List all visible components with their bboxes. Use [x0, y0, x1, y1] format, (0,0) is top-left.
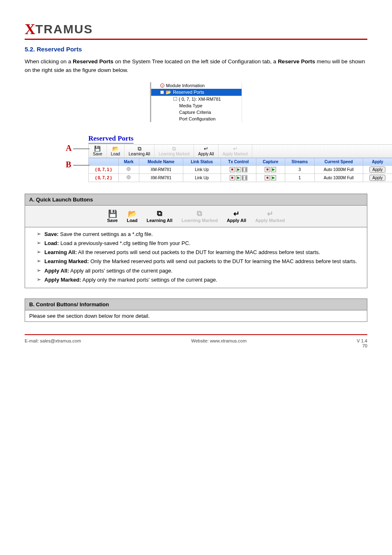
- tx-control-cell[interactable]: ■▶❚❚: [221, 165, 256, 173]
- learning-marked-icon: ⧉: [171, 146, 178, 152]
- apply-all-button[interactable]: ↵Apply All: [194, 145, 218, 157]
- learning-all-button[interactable]: ⧉Learning All: [147, 210, 173, 223]
- apply-marked-icon: ↵: [267, 210, 273, 218]
- apply-button[interactable]: Apply: [369, 166, 385, 173]
- mark-cell[interactable]: [118, 173, 139, 182]
- tree-label: Port Configuration: [179, 116, 216, 121]
- port-cell: ( 0, 7, 2 ): [89, 173, 119, 182]
- apply-all-icon: ↵: [233, 210, 240, 218]
- save-icon: 💾: [94, 146, 101, 152]
- learning-marked-icon: ⧉: [197, 210, 202, 218]
- tree-label: ( 0, 7, 1): XM-RM781: [179, 97, 221, 102]
- stop-icon[interactable]: ■: [265, 175, 270, 180]
- apply-marked-button: ↵Apply Marked: [255, 210, 285, 223]
- footer-version: V 1.4: [357, 338, 367, 343]
- folder-open-icon: 📂: [112, 146, 119, 152]
- module-cell: XM-RM781: [139, 165, 183, 173]
- desc-header-a: A. Quick Launch Buttons: [25, 194, 367, 205]
- play-icon[interactable]: ▶: [236, 167, 241, 172]
- stop-icon[interactable]: ■: [265, 167, 270, 172]
- tree-port-configuration[interactable]: Port Configuration: [151, 116, 242, 122]
- apply-all-button[interactable]: ↵Apply All: [227, 210, 246, 223]
- col-apply: Apply: [363, 158, 392, 165]
- system-tree: i Module Information - 📂 Reserved Ports …: [150, 82, 242, 122]
- footer-page: 70: [362, 343, 367, 348]
- tree-capture-criteria[interactable]: Capture Criteria: [151, 109, 242, 116]
- mark-dot-icon: [127, 167, 131, 171]
- desc-header-b: B. Control Buttons/ Information: [25, 298, 367, 310]
- apply-cell: Apply: [363, 165, 392, 173]
- desc-bullets: ➢Save: Save the current settings as a *.…: [25, 227, 367, 288]
- stop-icon[interactable]: ■: [230, 175, 235, 180]
- tree-media-type[interactable]: Media Type: [151, 102, 242, 109]
- logo-tramus: TRAMUS: [35, 22, 93, 36]
- learning-all-icon: ⧉: [157, 210, 162, 218]
- capture-cell[interactable]: ■▶: [256, 173, 285, 182]
- link-cell: Link Up: [183, 165, 221, 173]
- desc-toolbar-preview: 💾Save 📂Load ⧉Learning All ⧉Learning Mark…: [25, 205, 367, 227]
- play-icon[interactable]: ▶: [236, 175, 241, 180]
- speed-cell: Auto 1000M Full: [314, 165, 363, 173]
- bullet-icon: ➢: [37, 276, 41, 282]
- desc-b-text: Please see the section down below for mo…: [25, 310, 367, 321]
- footer-email: E-mail: sales@xtramus.com: [25, 338, 81, 348]
- tree-label: Reserved Ports: [173, 90, 204, 95]
- control-buttons-description-table: B. Control Buttons/ Information Please s…: [25, 298, 367, 322]
- bullet-icon: ➢: [37, 258, 41, 264]
- col-speed: Current Speed: [314, 158, 363, 165]
- col-tx: Tx Control: [221, 158, 256, 165]
- section-heading: 5.2. Reserved Ports: [25, 46, 367, 53]
- footer-website: Website: www.xtramus.com: [191, 338, 247, 348]
- info-icon: i: [160, 83, 164, 88]
- learning-marked-button: ⧉Learning Marked: [182, 210, 218, 223]
- save-icon: 💾: [108, 210, 117, 218]
- tree-port-item[interactable]: - ( 0, 7, 1): XM-RM781: [151, 96, 242, 102]
- tree-reserved-ports[interactable]: - 📂 Reserved Ports: [151, 89, 242, 96]
- folder-open-icon: 📂: [128, 210, 137, 218]
- save-button[interactable]: 💾Save: [89, 145, 107, 157]
- top-divider: [25, 39, 367, 40]
- col-capture: Capture: [256, 158, 285, 165]
- tree-label: Module Information: [166, 83, 205, 88]
- mark-cell[interactable]: [118, 165, 139, 173]
- bullet-icon: ➢: [37, 240, 41, 246]
- pause-icon[interactable]: ❚❚: [242, 175, 247, 180]
- logo-x: X: [25, 21, 35, 38]
- apply-all-icon: ↵: [203, 146, 210, 152]
- apply-marked-button: ↵Apply Marked: [219, 145, 252, 157]
- play-icon[interactable]: ▶: [271, 175, 276, 180]
- learning-marked-button: ⧉Learning Marked: [154, 145, 194, 157]
- load-button[interactable]: 📂Load: [107, 145, 125, 157]
- load-button[interactable]: 📂Load: [127, 210, 137, 223]
- apply-marked-icon: ↵: [232, 146, 238, 152]
- reserved-ports-table: Mark Module Name Link Status Tx Control …: [88, 158, 392, 182]
- bullet-icon: ➢: [37, 249, 41, 255]
- collapse-icon[interactable]: -: [160, 90, 164, 94]
- pause-icon[interactable]: ❚❚: [242, 167, 247, 172]
- footer: E-mail: sales@xtramus.com Website: www.x…: [25, 338, 367, 348]
- stop-icon[interactable]: ■: [230, 167, 235, 172]
- port-cell: ( 0, 7, 1 ): [89, 165, 119, 173]
- tree-label: Capture Criteria: [179, 110, 211, 115]
- save-button[interactable]: 💾Save: [107, 210, 118, 223]
- tx-control-cell[interactable]: ■▶❚❚: [221, 173, 256, 182]
- col-mark: Mark: [118, 158, 139, 165]
- capture-cell[interactable]: ■▶: [256, 165, 285, 173]
- col-link: Link Status: [183, 158, 221, 165]
- label-a: A: [66, 143, 90, 153]
- bullet-icon: ➢: [37, 267, 41, 273]
- reserved-ports-title: Reserved Ports: [88, 134, 134, 143]
- apply-button[interactable]: Apply: [369, 175, 385, 181]
- streams-cell: 3: [285, 165, 314, 173]
- logo: X TRAMUS: [25, 21, 367, 38]
- collapse-icon[interactable]: -: [173, 97, 177, 101]
- col-module: Module Name: [139, 158, 183, 165]
- speed-cell: Auto 1000M Full: [314, 173, 363, 182]
- tree-label: Media Type: [179, 103, 203, 108]
- bottom-divider: [25, 334, 367, 335]
- tree-module-information[interactable]: i Module Information: [151, 82, 242, 89]
- module-cell: XM-RM781: [139, 173, 183, 182]
- play-icon[interactable]: ▶: [271, 167, 276, 172]
- learning-all-button[interactable]: ⧉Learning All: [125, 145, 154, 157]
- table-row: ( 0, 7, 1 ) XM-RM781 Link Up ■▶❚❚ ■▶ 3 A…: [89, 165, 392, 173]
